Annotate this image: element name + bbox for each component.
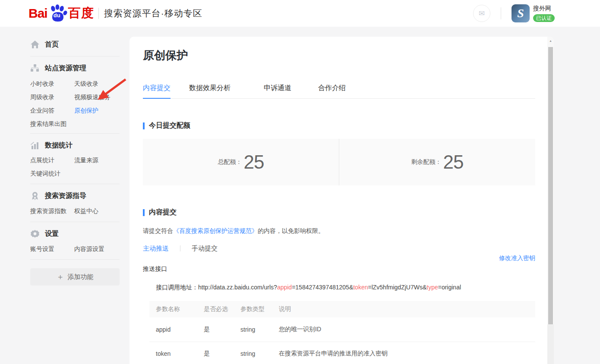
subtab-divider [180,245,180,251]
quota-panel: 总配额： 25 剩余配额： 25 [143,139,535,185]
sidebar-item-content-source-settings[interactable]: 内容源设置 [74,245,120,253]
section-accent-bar [143,209,145,216]
cell-required: 是 [197,317,234,342]
sidebar-item-video-express[interactable]: 视频极速服务 [74,93,120,101]
submit-subtabs: 主动推送 手动提交 [143,245,535,252]
api-url-segment: =lZv5hfmigdZjU7Ws& [368,284,426,291]
tab-content-submit[interactable]: 内容提交 [143,84,171,99]
add-feature-button[interactable]: ＋ 添加功能 [30,268,120,286]
sidebar-item-benefit-center[interactable]: 权益中心 [74,207,120,215]
sidebar-divider [30,133,120,134]
sidebar-divider [30,259,120,260]
notice-prefix: 请提交符合 [143,227,173,234]
sidebar-item-impression-stats[interactable]: 点展统计 [30,156,74,164]
portal-title: 搜索资源平台·移动专区 [104,7,202,19]
col-header-param-name: 参数名称 [149,301,197,317]
quota-remaining-label: 剩余配额： [411,158,442,166]
sidebar-item-search-result-image[interactable]: 搜索结果出图 [30,120,74,128]
cell-description: 您的唯一识别ID [272,317,535,342]
sidebar-section-data-stats: 数据统计 [30,141,120,150]
spec-rules-link[interactable]: 《百度搜索原创保护运营规范》 [173,227,258,234]
cell-param-name: token [149,342,197,364]
api-url-param-type: type [426,284,438,291]
add-feature-label: 添加功能 [68,273,94,281]
sidebar-items-search-guidance: 搜索资源指数 权益中心 [30,207,120,215]
medal-icon [30,191,40,201]
cell-type: string [234,317,272,342]
sidebar-item-enterprise-qa[interactable]: 企业问答 [30,107,74,115]
sidebar-item-resource-index[interactable]: 搜索资源指数 [30,207,74,215]
sidebar-item-weekly-inclusion[interactable]: 周级收录 [30,93,74,101]
avatar[interactable]: S [512,4,530,22]
table-row-appid: appid 是 string 您的唯一识别ID [149,317,535,342]
logo-text-cn: 百度 [68,5,94,22]
params-table-header-row: 参数名称 是否必选 参数类型 说明 [149,301,535,317]
submit-notice: 请提交符合《百度搜索原创保护运营规范》的内容，以免影响权限。 [143,227,535,235]
params-table: 参数名称 是否必选 参数类型 说明 appid 是 string 您的唯一识别I… [149,301,535,364]
sidebar-divider [30,56,120,56]
gear-icon [30,229,40,238]
scrollbar-thumb[interactable] [548,47,553,324]
sidebar-section-title: 站点资源管理 [45,64,86,73]
cell-type: string [234,342,272,364]
verified-badge: 已认证 [533,14,555,22]
sidebar-section-settings: 设置 [30,229,120,238]
quota-total: 总配额： 25 [143,139,339,185]
sidebar-item-hourly-inclusion[interactable]: 小时收录 [30,80,74,88]
scrollbar-track [547,324,554,364]
modify-access-key-link[interactable]: 修改准入密钥 [499,254,535,261]
logo-text-bai: Bai [28,6,47,21]
api-url-segment: =original [438,284,461,291]
sidebar-section-site-resources: 站点资源管理 [30,63,120,73]
quota-remaining: 剩余配额： 25 [339,139,535,185]
cell-param-name: appid [149,317,197,342]
sidebar-items-data-stats: 点展统计 流量来源 关键词统计 [30,156,120,178]
tab-appeal-channel[interactable]: 申诉通道 [264,84,291,98]
col-header-param-type: 参数类型 [234,301,272,317]
header-right: ✉ S 搜外网 已认证 [473,0,555,27]
tab-data-analysis[interactable]: 数据效果分析 [189,84,231,98]
sidebar-item-keyword-stats[interactable]: 关键词统计 [30,169,74,178]
sidebar-item-daily-inclusion[interactable]: 天级收录 [74,80,120,88]
sidebar-section-title: 设置 [45,229,59,238]
sidebar-item-original-protection[interactable]: 原创保护 [74,107,120,115]
section-accent-bar [143,122,145,129]
sidebar-item-home[interactable]: 首页 [30,40,120,49]
tab-cooperation-intro[interactable]: 合作介绍 [318,84,346,98]
user-meta: 搜外网 已认证 [533,5,555,22]
notice-suffix: 的内容，以免影响权限。 [258,227,324,234]
home-icon [30,40,40,49]
top-header: Bai du 百度 搜索资源平台·移动专区 ✉ S 搜外网 已认证 [0,0,600,27]
submit-section-header: 内容提交 [143,208,535,217]
api-url-segment: =1584274397481205& [292,284,353,291]
plus-icon: ＋ [57,273,64,281]
sidebar: 首页 站点资源管理 小时收录 天级收录 周级收录 视频极速服务 企业问答 原创保… [30,36,120,286]
table-row-token: token 是 string 在搜索资源平台申请的推送用的准入密钥 [149,342,535,364]
col-header-description: 说明 [272,301,535,317]
baidu-paw-icon: du [48,3,68,23]
user-name: 搜外网 [533,5,555,13]
tab-bar: 内容提交 数据效果分析 申诉通道 合作介绍 [143,84,535,99]
sidebar-item-account-settings[interactable]: 账号设置 [30,245,74,253]
bar-chart-icon [30,141,40,150]
header-divider-2 [501,7,501,19]
submit-section-title: 内容提交 [149,208,177,217]
mail-button[interactable]: ✉ [473,5,490,22]
scrollbar-up-arrow[interactable]: ▲ [547,39,554,42]
sidebar-item-traffic-source[interactable]: 流量来源 [74,156,120,164]
quota-remaining-value: 25 [443,153,464,172]
sidebar-section-search-guidance: 搜索资源指导 [30,191,120,201]
baidu-logo[interactable]: Bai du 百度 [28,3,94,23]
api-url-segment: http://data.zz.baidu.com/urls? [198,284,277,291]
sitemap-icon [30,63,40,73]
sidebar-section-title: 搜索资源指导 [45,191,86,201]
cell-required: 是 [197,342,234,364]
api-address-label: 接口调用地址： [156,284,198,291]
modify-key-row: 修改准入密钥 [143,254,535,262]
content-scrollbar[interactable]: ▲ [547,37,554,364]
subtab-active-push[interactable]: 主动推送 [143,245,169,252]
logo-text-du: du [54,12,60,19]
sidebar-items-site-resources: 小时收录 天级收录 周级收录 视频极速服务 企业问答 原创保护 搜索结果出图 [30,80,120,128]
subtab-manual-submit[interactable]: 手动提交 [192,245,218,252]
api-url-param-appid: appid [277,284,292,291]
